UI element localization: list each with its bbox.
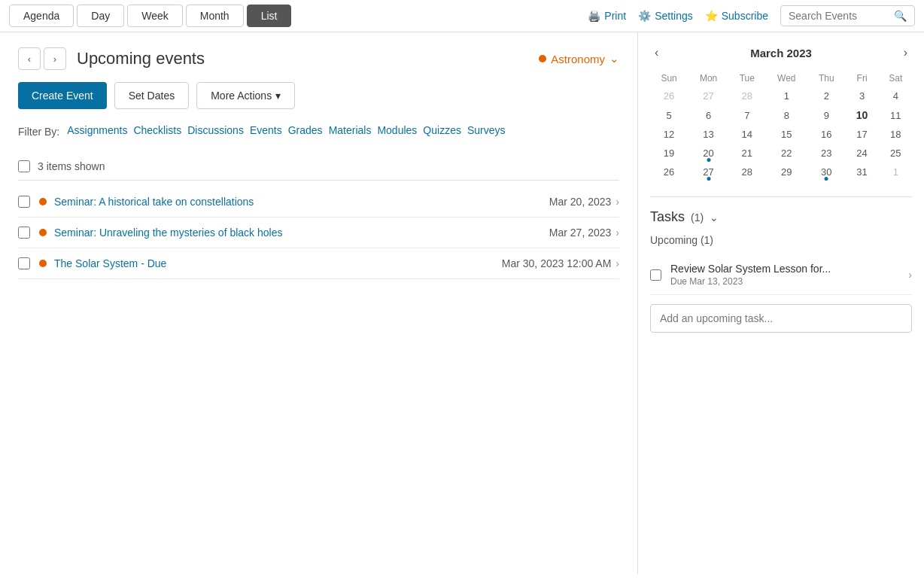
calendar-day[interactable]: 26 (650, 163, 688, 181)
chevron-right-icon: › (908, 269, 912, 281)
calendar-day[interactable]: 15 (765, 125, 808, 144)
filter-tag-grades[interactable]: Grades (288, 124, 323, 136)
more-actions-button[interactable]: More Actions ▾ (196, 82, 295, 109)
nav-tab-day[interactable]: Day (77, 5, 124, 27)
nav-tab-list[interactable]: List (247, 5, 292, 27)
calendar-day[interactable]: 22 (765, 144, 808, 163)
filter-tag-quizzes[interactable]: Quizzes (423, 124, 461, 136)
calendar-week-row: 12131415161718 (650, 125, 912, 144)
next-arrow-button[interactable]: › (44, 47, 66, 70)
calendar-day[interactable]: 31 (845, 163, 880, 181)
calendar-day[interactable]: 27 (688, 87, 729, 105)
cal-weekday-wed: Wed (765, 70, 808, 87)
set-dates-button[interactable]: Set Dates (114, 82, 189, 109)
filter-tag-modules[interactable]: Modules (377, 124, 417, 136)
calendar-day[interactable]: 21 (729, 144, 765, 163)
calendar-day[interactable]: 4 (880, 87, 912, 105)
calendar-day[interactable]: 17 (845, 125, 880, 144)
main-layout: ‹ › Upcoming events Astronomy ⌄ Create E… (0, 32, 924, 574)
calendar-day[interactable]: 3 (845, 87, 880, 105)
nav-right-actions: 🖨️ Print ⚙️ Settings ⭐ Subscribe 🔍 (588, 5, 915, 26)
filter-tag-events[interactable]: Events (250, 124, 282, 136)
print-action[interactable]: 🖨️ Print (588, 10, 626, 22)
calendar-day[interactable]: 16 (808, 125, 845, 144)
astronomy-label: Astronomy (551, 53, 605, 65)
calendar-day[interactable]: 1 (765, 87, 808, 105)
astronomy-filter[interactable]: Astronomy ⌄ (539, 52, 619, 65)
calendar-day[interactable]: 30 (808, 163, 845, 181)
event-item[interactable]: The Solar System - Due Mar 30, 2023 12:0… (18, 248, 619, 279)
upcoming-label: Upcoming (1) (650, 234, 912, 246)
calendar-day[interactable]: 25 (880, 144, 912, 163)
calendar-day[interactable]: 14 (729, 125, 765, 144)
calendar-day[interactable]: 18 (880, 125, 912, 144)
event-date: Mar 30, 2023 12:00 AM (502, 257, 612, 269)
filter-tag-assignments[interactable]: Assignments (67, 124, 127, 136)
calendar-day[interactable]: 29 (765, 163, 808, 181)
calendar-day[interactable]: 27 (688, 163, 729, 181)
calendar-day[interactable]: 1 (880, 163, 912, 181)
calendar-day[interactable]: 2 (808, 87, 845, 105)
event-checkbox[interactable] (18, 196, 30, 208)
calendar-weekday-headers: SunMonTueWedThuFriSat (650, 70, 912, 87)
prev-arrow-button[interactable]: ‹ (18, 47, 41, 70)
calendar-day[interactable]: 10 (845, 105, 880, 125)
calendar-day[interactable]: 5 (650, 105, 688, 125)
filter-tag-materials[interactable]: Materials (329, 124, 372, 136)
filter-tag-surveys[interactable]: Surveys (467, 124, 506, 136)
settings-action[interactable]: ⚙️ Settings (638, 10, 693, 22)
event-title: Seminar: A historical take on constellat… (54, 196, 549, 208)
calendar-day[interactable]: 8 (765, 105, 808, 125)
calendar-day[interactable]: 26 (650, 87, 688, 105)
nav-tab-agenda[interactable]: Agenda (9, 5, 74, 27)
event-dot (39, 229, 47, 236)
event-item[interactable]: Seminar: Unraveling the mysteries of bla… (18, 217, 619, 248)
filter-tags: AssignmentsChecklistsDiscussionsEventsGr… (67, 124, 505, 136)
filter-tag-discussions[interactable]: Discussions (187, 124, 244, 136)
create-event-button[interactable]: Create Event (18, 82, 107, 109)
calendar-day[interactable]: 9 (808, 105, 845, 125)
filter-tag-checklists[interactable]: Checklists (133, 124, 181, 136)
calendar-prev-button[interactable]: ‹ (650, 44, 663, 61)
events-header: ‹ › Upcoming events Astronomy ⌄ (18, 47, 619, 70)
task-list: Review Solar System Lesson for... Due Ma… (650, 255, 912, 295)
cal-weekday-mon: Mon (688, 70, 729, 87)
upcoming-count: (1) (701, 234, 713, 246)
navigation-arrows: ‹ › (18, 47, 66, 70)
calendar-day[interactable]: 28 (729, 163, 765, 181)
calendar-day[interactable]: 12 (650, 125, 688, 144)
event-checkbox[interactable] (18, 227, 30, 239)
calendar-day[interactable]: 28 (729, 87, 765, 105)
nav-tab-month[interactable]: Month (186, 5, 244, 27)
calendar-day[interactable]: 13 (688, 125, 729, 144)
calendar-next-button[interactable]: › (899, 44, 912, 61)
cal-weekday-tue: Tue (729, 70, 765, 87)
nav-tab-week[interactable]: Week (127, 5, 183, 27)
cal-weekday-sat: Sat (880, 70, 912, 87)
filter-row: Filter By: AssignmentsChecklistsDiscussi… (18, 124, 619, 138)
calendar-week-row: 567891011 (650, 105, 912, 125)
calendar-day[interactable]: 20 (688, 144, 729, 163)
tasks-header[interactable]: Tasks (1) ⌄ (650, 209, 912, 225)
more-actions-label: More Actions (211, 90, 272, 102)
subscribe-label: Subscribe (722, 10, 768, 22)
calendar-day[interactable]: 23 (808, 144, 845, 163)
calendar-day[interactable]: 19 (650, 144, 688, 163)
search-icon: 🔍 (894, 10, 907, 22)
subscribe-action[interactable]: ⭐ Subscribe (705, 10, 768, 22)
event-date: Mar 20, 2023 (549, 196, 612, 208)
calendar-day[interactable]: 6 (688, 105, 729, 125)
select-all-checkbox[interactable] (18, 160, 30, 172)
calendar-day[interactable]: 11 (880, 105, 912, 125)
event-checkbox[interactable] (18, 257, 30, 269)
add-task-input[interactable] (650, 304, 912, 333)
calendar-week-row: 19202122232425 (650, 144, 912, 163)
event-item[interactable]: Seminar: A historical take on constellat… (18, 187, 619, 217)
search-input[interactable] (789, 10, 894, 22)
calendar-day[interactable]: 7 (729, 105, 765, 125)
chevron-right-icon: › (615, 196, 619, 208)
settings-label: Settings (655, 10, 693, 22)
calendar-day[interactable]: 24 (845, 144, 880, 163)
task-checkbox[interactable] (650, 269, 661, 281)
task-item[interactable]: Review Solar System Lesson for... Due Ma… (650, 255, 912, 295)
